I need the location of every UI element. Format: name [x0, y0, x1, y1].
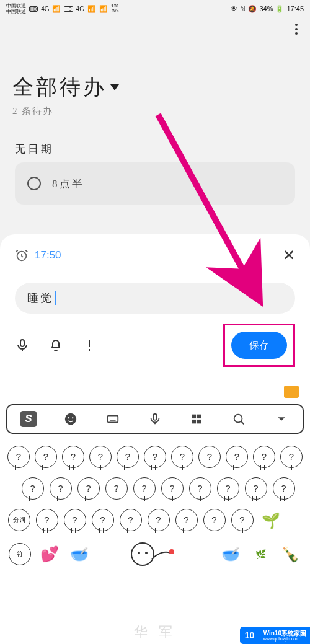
svg-point-3 — [65, 413, 76, 425]
svg-rect-2 — [20, 340, 24, 346]
sticker-item[interactable]: ? — [104, 475, 129, 501]
checkbox-icon[interactable] — [27, 177, 41, 190]
sticker-item[interactable]: ? — [197, 444, 222, 469]
sticker-item[interactable]: ? — [48, 475, 73, 501]
carrier-label: 中国联通 中国联通 — [6, 3, 26, 14]
input-text-value: 睡觉 — [27, 291, 53, 306]
todo-item[interactable]: 8点半 — [15, 162, 295, 205]
sticker-fu-crab[interactable]: 符 — [6, 540, 33, 568]
sticker-row-1: ? ? ? ? ? ? ? ? ? ? ? — [6, 444, 304, 469]
sticker-row-4: 符 💕 🥣 🥣 🌿 🍾 — [6, 540, 304, 568]
sticker-item[interactable]: ? — [20, 475, 45, 501]
wifi-icon: 📶 — [99, 5, 108, 13]
sticker-fenxi[interactable]: 分词 — [6, 507, 32, 532]
sticker-row-2: ? ? ? ? ? ? ? ? ? ? — [6, 475, 304, 501]
sticker-item[interactable]: ? — [174, 507, 199, 532]
keyboard-switch-button[interactable] — [92, 412, 134, 426]
signal-bars-1: 📶 — [52, 5, 61, 13]
search-button[interactable] — [218, 412, 260, 426]
grid-button[interactable] — [175, 412, 218, 426]
chevron-down-icon — [110, 84, 119, 90]
sticker-item[interactable]: ? — [61, 444, 86, 469]
new-todo-sheet: 17:50 ✕ 睡觉 保存 — [0, 234, 310, 383]
nfc-icon: ℕ — [240, 5, 246, 13]
sticker-item[interactable]: ? — [131, 475, 157, 501]
title-dropdown[interactable]: 全部待办 — [12, 73, 298, 102]
status-bar: 中国联通 中国联通 HD 4G 📶 HD 4G 📶 📶 131 B/s 👁 ℕ … — [0, 0, 310, 17]
carrier-line2: 中国联通 — [6, 9, 26, 14]
alarm-icon — [15, 249, 29, 262]
watermark-url: www.qdhuajin.com — [264, 637, 306, 642]
sticker-item[interactable]: ? — [243, 475, 268, 501]
sogou-logo-button[interactable]: S — [7, 411, 50, 427]
sticker-item[interactable]: ? — [90, 507, 115, 532]
sticker-face[interactable] — [95, 540, 215, 568]
sticker-item[interactable]: ? — [252, 444, 277, 469]
sticker-item[interactable]: ? — [33, 444, 58, 469]
sticker-bowl2[interactable]: 🥣 — [217, 540, 244, 568]
sticker-item[interactable]: ? — [279, 444, 304, 469]
bell-icon[interactable] — [48, 338, 63, 353]
svg-rect-6 — [107, 416, 118, 423]
sticker-item[interactable]: ? — [229, 507, 255, 532]
svg-rect-10 — [192, 420, 196, 423]
todo-input[interactable]: 睡觉 — [15, 283, 295, 314]
sticker-item[interactable]: ? — [170, 444, 195, 469]
priority-icon[interactable] — [82, 338, 97, 353]
time-picker[interactable]: 17:50 — [15, 249, 61, 262]
voice-input-button[interactable] — [134, 412, 176, 426]
net-speed: 131 B/s — [111, 4, 119, 14]
sticker-item[interactable]: ? — [187, 475, 213, 501]
ime-assistant-icon[interactable] — [284, 386, 299, 398]
sticker-bottle[interactable]: 🍾 — [277, 540, 304, 568]
sticker-item[interactable]: ? — [62, 507, 87, 532]
battery-icon: 🔋 — [275, 5, 284, 13]
battery-pct: 34% — [259, 5, 273, 12]
more-menu-button[interactable] — [295, 24, 298, 35]
ime-toolbar: S — [6, 404, 304, 434]
page-title: 全部待办 — [12, 73, 107, 102]
ime-keyboard: S ? ? ? ? ? ? ? ? — [0, 383, 310, 644]
sticker-hearts[interactable]: 💕 — [36, 540, 63, 568]
sticker-item[interactable]: ? — [88, 444, 113, 469]
mic-icon[interactable] — [15, 338, 30, 353]
sticker-item[interactable]: ? — [215, 475, 241, 501]
sticker-item[interactable]: ? — [76, 475, 101, 501]
sticker-item[interactable]: ? — [6, 444, 31, 469]
svg-point-5 — [72, 417, 73, 418]
collapse-button[interactable] — [260, 412, 303, 426]
signal-4g-1: 4G — [41, 6, 49, 12]
sticker-row-3: 分词 ? ? ? ? ? ? ? ? 🌱 — [6, 507, 304, 534]
sticker-item[interactable]: ? — [118, 507, 143, 532]
sticker-item[interactable]: ? — [34, 507, 60, 532]
sticker-item[interactable]: ? — [271, 475, 296, 501]
hd-badge-1: HD — [29, 6, 38, 12]
sticker-item[interactable]: ? — [146, 507, 171, 532]
sticker-item[interactable]: ? — [115, 444, 140, 469]
sticker-item[interactable]: ? — [143, 444, 167, 469]
todo-count: 2 条待办 — [12, 105, 298, 117]
sticker-item[interactable]: ? — [159, 475, 185, 501]
ghost-watermark-text: 华 军 — [134, 623, 176, 642]
emoji-button[interactable] — [50, 412, 92, 426]
save-label: 保存 — [249, 339, 269, 352]
signal-4g-2: 4G — [76, 6, 84, 12]
section-no-date: 无日期 — [15, 142, 295, 156]
close-button[interactable]: ✕ — [283, 247, 295, 264]
clock-time: 17:45 — [286, 5, 304, 12]
sticker-bowl1[interactable]: 🥣 — [66, 540, 93, 568]
svg-point-16 — [169, 549, 174, 554]
svg-rect-8 — [192, 415, 196, 418]
sticker-item[interactable]: ? — [224, 444, 249, 469]
svg-point-14 — [138, 552, 140, 554]
svg-point-12 — [234, 415, 242, 423]
save-highlight-box: 保存 — [223, 324, 295, 367]
sticker-sprout[interactable]: 🌱 — [257, 507, 285, 534]
watermark-title: Win10系统家园 — [264, 630, 306, 637]
sticker-item[interactable]: ? — [202, 507, 227, 532]
svg-rect-11 — [197, 420, 201, 423]
status-left: 中国联通 中国联通 HD 4G 📶 HD 4G 📶 📶 131 B/s — [6, 3, 119, 14]
svg-point-4 — [68, 417, 69, 418]
save-button[interactable]: 保存 — [231, 332, 287, 359]
sticker-leaf-char[interactable]: 🌿 — [247, 540, 274, 568]
